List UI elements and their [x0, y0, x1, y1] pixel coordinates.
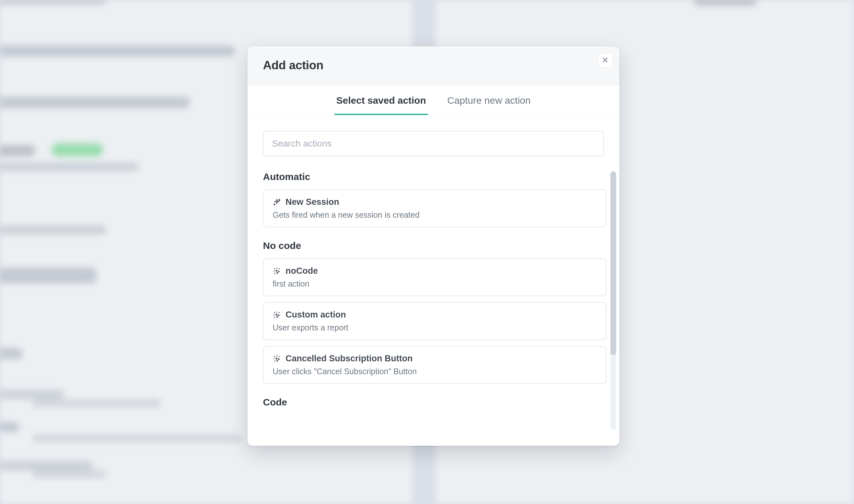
action-list-scroll[interactable]: Automatic New Session Gets fired when a	[263, 171, 607, 446]
cursor-click-icon	[273, 311, 281, 319]
action-card-nocode[interactable]: noCode first action	[263, 258, 607, 296]
action-title: Custom action	[285, 310, 346, 320]
sparkle-icon	[273, 198, 281, 206]
tab-label: Capture new action	[447, 95, 531, 106]
modal-header: Add action	[247, 47, 620, 85]
action-title: noCode	[285, 266, 318, 276]
group-title: Automatic	[263, 171, 607, 182]
scrollbar-track[interactable]	[610, 171, 616, 430]
action-desc: first action	[273, 279, 597, 289]
add-action-modal: Add action Select saved action Capture n…	[247, 47, 620, 446]
modal-title: Add action	[263, 59, 604, 72]
cursor-click-icon	[273, 355, 281, 363]
action-card-cancelled-subscription[interactable]: Cancelled Subscription Button User click…	[263, 346, 607, 384]
modal-tabs: Select saved action Capture new action	[247, 85, 620, 115]
action-desc: User clicks "Cancel Subscription" Button	[273, 367, 597, 376]
tab-label: Select saved action	[336, 95, 426, 106]
group-code: Code	[263, 397, 607, 408]
tab-select-saved-action[interactable]: Select saved action	[334, 94, 428, 115]
group-automatic: Automatic New Session Gets fired when a	[263, 171, 607, 227]
search-wrap	[263, 131, 604, 157]
action-card-custom-action[interactable]: Custom action User exports a report	[263, 302, 607, 340]
close-button[interactable]	[598, 53, 612, 68]
close-icon	[602, 56, 609, 65]
action-desc: User exports a report	[273, 323, 597, 332]
action-card-new-session[interactable]: New Session Gets fired when a new sessio…	[263, 190, 607, 227]
modal-body: Automatic New Session Gets fired when a	[247, 115, 620, 446]
group-no-code: No code noCode first action	[263, 240, 607, 384]
group-title: Code	[263, 397, 607, 408]
action-title: Cancelled Subscription Button	[285, 354, 413, 364]
scrollbar-thumb[interactable]	[610, 171, 616, 355]
tab-capture-new-action[interactable]: Capture new action	[446, 94, 533, 115]
action-desc: Gets fired when a new session is created	[273, 210, 597, 220]
search-input[interactable]	[263, 131, 604, 157]
action-title: New Session	[285, 197, 339, 207]
cursor-click-icon	[273, 267, 281, 275]
group-title: No code	[263, 240, 607, 251]
